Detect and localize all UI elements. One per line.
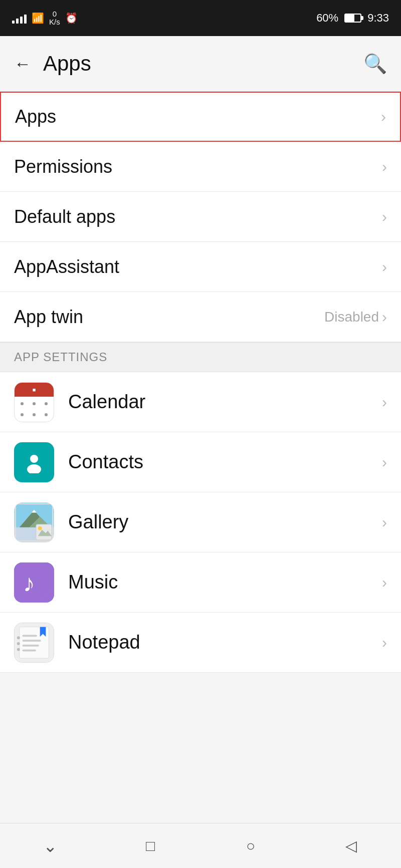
menu-item-default-apps[interactable]: Default apps › [0,192,401,242]
search-button[interactable]: 🔍 [363,53,387,75]
chevron-right-icon: › [382,634,387,651]
music-right: › [382,574,387,591]
svg-point-1 [27,464,41,473]
top-nav: ← Apps 🔍 [0,36,401,91]
status-right: 60% 9:33 [316,12,389,25]
status-bar: 📶 0K/s ⏰ 60% 9:33 [0,0,401,36]
menu-item-app-twin-right: Disabled › [324,309,387,326]
svg-point-23 [17,648,20,651]
contacts-label: Contacts [68,451,143,473]
chevron-right-icon: › [381,108,386,125]
menu-item-app-twin[interactable]: App twin Disabled › [0,292,401,342]
contacts-app-icon [14,442,54,482]
notepad-label: Notepad [68,632,140,653]
svg-text:♪: ♪ [23,570,35,597]
nav-down-button[interactable]: ⌄ [35,831,65,861]
battery-percent: 60% [316,12,338,25]
app-item-notepad-left: Notepad [14,623,140,663]
status-left: 📶 0K/s ⏰ [12,10,78,27]
app-item-contacts-left: Contacts [14,442,143,482]
app-item-music-left: ♪ Music [14,562,118,603]
app-settings-list: ■ Calendar › [0,372,401,673]
svg-point-0 [30,455,38,463]
svg-point-22 [17,642,20,645]
svg-rect-18 [23,640,41,642]
music-label: Music [68,571,118,593]
menu-item-default-apps-right: › [382,208,387,225]
menu-item-app-assistant[interactable]: AppAssistant › [0,242,401,292]
page-title: Apps [43,52,91,76]
svg-point-11 [38,526,42,530]
chevron-right-icon: › [382,454,387,471]
alarm-icon: ⏰ [65,12,78,24]
gallery-app-icon [14,502,54,542]
menu-item-apps-right: › [381,108,386,125]
menu-item-apps-left: Apps [15,106,56,127]
app-item-gallery[interactable]: Gallery › [0,492,401,552]
menu-item-permissions-label: Permissions [14,156,112,177]
nav-back-button[interactable]: ◁ [336,831,366,861]
notepad-right: › [382,634,387,651]
menu-item-permissions[interactable]: Permissions › [0,142,401,192]
menu-item-apps-label: Apps [15,106,56,127]
nav-home-button[interactable]: ○ [236,831,266,861]
menu-item-app-twin-left: App twin [14,307,83,328]
data-indicator: 0K/s [49,10,60,27]
menu-item-permissions-left: Permissions [14,156,112,177]
clock: 9:33 [367,12,389,25]
battery-icon [344,14,361,23]
app-twin-status: Disabled [324,309,379,325]
nav-square-button[interactable]: □ [135,831,165,861]
nav-left: ← Apps [14,52,91,76]
calendar-right: › [382,394,387,411]
svg-rect-20 [23,649,36,651]
app-item-calendar-left: ■ Calendar [14,382,145,422]
gallery-label: Gallery [68,511,128,533]
bottom-nav: ⌄ □ ○ ◁ [0,823,401,868]
menu-item-default-apps-label: Default apps [14,206,115,227]
chevron-right-icon: › [382,208,387,225]
menu-item-app-twin-label: App twin [14,307,83,328]
wifi-icon: 📶 [32,12,44,24]
menu-item-default-apps-left: Default apps [14,206,115,227]
calendar-label: Calendar [68,391,145,413]
svg-rect-17 [23,635,37,637]
app-item-calendar[interactable]: ■ Calendar › [0,372,401,432]
app-settings-label: APP SETTINGS [14,350,107,364]
menu-item-permissions-right: › [382,158,387,175]
chevron-right-icon: › [382,514,387,531]
app-item-gallery-left: Gallery [14,502,128,542]
app-item-music[interactable]: ♪ Music › [0,552,401,613]
calendar-app-icon: ■ [14,382,54,422]
menu-item-app-assistant-left: AppAssistant [14,256,119,277]
gallery-right: › [382,514,387,531]
chevron-right-icon: › [382,158,387,175]
music-app-icon: ♪ [14,562,54,603]
chevron-right-icon: › [382,394,387,411]
svg-rect-19 [23,644,39,646]
app-item-contacts[interactable]: Contacts › [0,432,401,492]
chevron-right-icon: › [382,309,387,326]
svg-point-21 [17,636,20,639]
contacts-right: › [382,454,387,471]
notepad-app-icon [14,623,54,663]
menu-list: Apps › Permissions › Default apps › AppA… [0,91,401,342]
menu-item-app-assistant-right: › [382,258,387,275]
menu-item-apps[interactable]: Apps › [0,92,401,142]
chevron-right-icon: › [382,258,387,275]
back-button[interactable]: ← [14,54,31,74]
app-item-notepad[interactable]: Notepad › [0,613,401,673]
app-settings-section-header: APP SETTINGS [0,342,401,372]
signal-icon [12,13,27,24]
chevron-right-icon: › [382,574,387,591]
menu-item-app-assistant-label: AppAssistant [14,256,119,277]
